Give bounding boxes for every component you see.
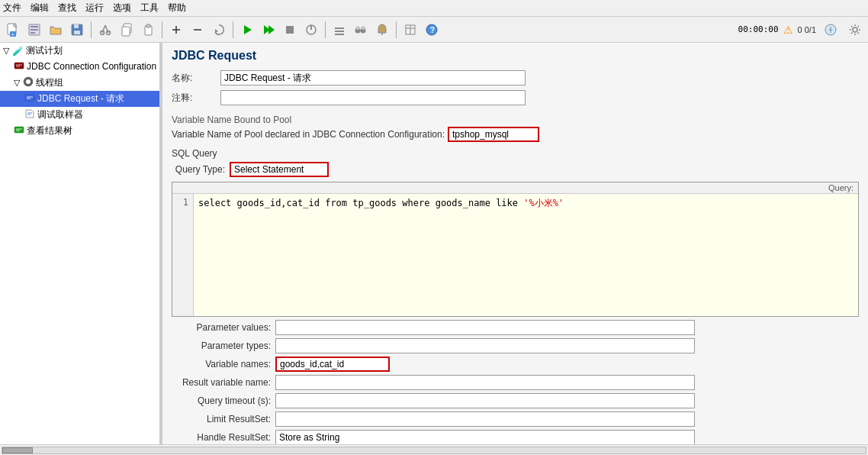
sql-section: SQL Query Query Type: — [162, 147, 868, 182]
list-button[interactable] — [400, 20, 420, 40]
stop-button[interactable] — [280, 20, 300, 40]
name-input[interactable] — [220, 70, 526, 86]
svg-rect-56 — [14, 127, 24, 133]
query-type-label: Query Type: — [172, 164, 225, 175]
svg-rect-5 — [31, 29, 38, 31]
scrollbar-thumb[interactable] — [2, 447, 33, 453]
query-timeout-input[interactable] — [275, 393, 695, 408]
query-timeout-row: Query timeout (s): — [172, 393, 859, 408]
query-type-input[interactable] — [230, 162, 329, 177]
reset-button[interactable] — [209, 20, 229, 40]
limit-resultset-label: Limit ResultSet: — [172, 414, 271, 424]
comment-input[interactable] — [220, 90, 526, 105]
debug-sampler-icon — [24, 108, 35, 121]
svg-marker-22 — [244, 25, 252, 34]
svg-rect-29 — [335, 31, 344, 32]
vname-title: Variable Name Bound to Pool — [172, 115, 859, 125]
result-variable-row: Result variable name: — [172, 375, 859, 390]
svg-text:?: ? — [430, 25, 436, 34]
sql-highlight: '%小米%' — [523, 198, 564, 208]
sep5 — [396, 21, 397, 38]
pool-label: Variable Name of Pool declared in JDBC C… — [172, 129, 445, 140]
bottom-scrollbar[interactable] — [0, 444, 868, 455]
shutdown-button[interactable] — [301, 20, 321, 40]
tree-item-thread-group[interactable]: ▽ 线程组 — [0, 75, 159, 91]
svg-rect-6 — [31, 32, 35, 34]
query-editor: Query: 1 select goods_id,cat_id from tp_… — [172, 182, 859, 317]
tree-item-jdbc-config[interactable]: JDBC Connection Configuration - 配置 — [0, 59, 159, 75]
svg-rect-17 — [146, 24, 150, 27]
param-values-input[interactable] — [275, 320, 695, 335]
open-button[interactable] — [46, 20, 66, 40]
tree-item-view-results[interactable]: 查看结果树 — [0, 123, 159, 139]
svg-rect-25 — [286, 26, 294, 34]
play-all-button[interactable] — [259, 20, 278, 40]
error-count: 0 0/1 — [798, 25, 816, 34]
notify-button[interactable] — [372, 20, 392, 40]
expand-icon: ▽ — [3, 46, 9, 56]
variable-names-label: Variable names: — [172, 359, 271, 369]
svg-text:+: + — [11, 31, 15, 37]
menu-help[interactable]: 帮助 — [168, 2, 186, 15]
name-row: 名称: — [172, 70, 859, 86]
sep2 — [162, 21, 162, 38]
menu-run[interactable]: 运行 — [85, 2, 104, 15]
menu-find[interactable]: 查找 — [58, 2, 76, 15]
param-types-input[interactable] — [275, 338, 695, 353]
query-type-row: Query Type: — [172, 162, 859, 177]
svg-point-50 — [26, 79, 31, 84]
sql-text-before: select goods_id,cat_id from tp_goods whe… — [198, 198, 523, 208]
copy-button[interactable] — [117, 20, 137, 40]
warning-icon: ⚠ — [783, 24, 793, 36]
variable-names-row: Variable names: — [172, 357, 859, 372]
svg-rect-9 — [74, 31, 80, 34]
tools-button[interactable] — [330, 20, 349, 40]
svg-rect-46 — [14, 63, 24, 69]
new-button[interactable]: + — [3, 20, 23, 40]
help-button[interactable]: ? — [422, 20, 442, 40]
menu-options[interactable]: 选项 — [113, 2, 131, 15]
view-results-label: 查看结果树 — [27, 124, 72, 137]
collapse-button[interactable] — [188, 20, 207, 40]
jdbc-request-label: JDBC Request - 请求 — [37, 92, 124, 105]
panel-title: JDBC Request — [162, 43, 868, 67]
pool-input[interactable] — [448, 127, 539, 142]
tree-item-testplan[interactable]: ▽ 🧪 测试计划 — [0, 43, 159, 59]
handle-resultset-input[interactable] — [275, 430, 695, 444]
flag-button[interactable] — [821, 20, 841, 40]
scrollbar-track — [2, 447, 866, 454]
cut-button[interactable] — [95, 20, 115, 40]
svg-rect-4 — [31, 26, 38, 27]
menu-edit[interactable]: 编辑 — [31, 2, 49, 15]
thread-group-label: 线程组 — [36, 76, 63, 89]
search-button[interactable] — [351, 20, 371, 40]
svg-marker-21 — [215, 29, 218, 33]
param-types-row: Parameter types: — [172, 338, 859, 353]
comment-row: 注释: — [172, 90, 859, 105]
templates-button[interactable] — [24, 20, 44, 40]
save-button[interactable] — [67, 20, 87, 40]
settings-button[interactable] — [845, 20, 865, 40]
param-values-row: Parameter values: — [172, 320, 859, 335]
code-area[interactable]: select goods_id,cat_id from tp_goods whe… — [194, 194, 858, 316]
jdbc-request-icon — [24, 92, 35, 105]
left-panel: ▽ 🧪 测试计划 JDBC Connection Configuration -… — [0, 43, 160, 444]
handle-resultset-row: Handle ResultSet: — [172, 430, 859, 444]
expand-button[interactable] — [166, 20, 186, 40]
paste-button[interactable] — [138, 20, 158, 40]
tree-item-debug-sampler[interactable]: 调试取样器 — [0, 107, 159, 123]
tree-item-jdbc-request[interactable]: JDBC Request - 请求 — [0, 91, 159, 107]
result-variable-input[interactable] — [275, 375, 695, 390]
thread-group-icon — [23, 76, 34, 89]
sep1 — [91, 21, 92, 38]
limit-resultset-input[interactable] — [275, 411, 695, 427]
view-results-icon — [14, 124, 24, 137]
menu-file[interactable]: 文件 — [3, 2, 21, 15]
limit-resultset-row: Limit ResultSet: — [172, 411, 859, 427]
play-button[interactable] — [237, 20, 257, 40]
menu-tools[interactable]: 工具 — [140, 2, 159, 15]
variable-names-input[interactable] — [275, 357, 390, 372]
sql-section-title: SQL Query — [172, 148, 859, 159]
param-types-label: Parameter types: — [172, 340, 271, 351]
toolbar: + — [0, 17, 868, 43]
